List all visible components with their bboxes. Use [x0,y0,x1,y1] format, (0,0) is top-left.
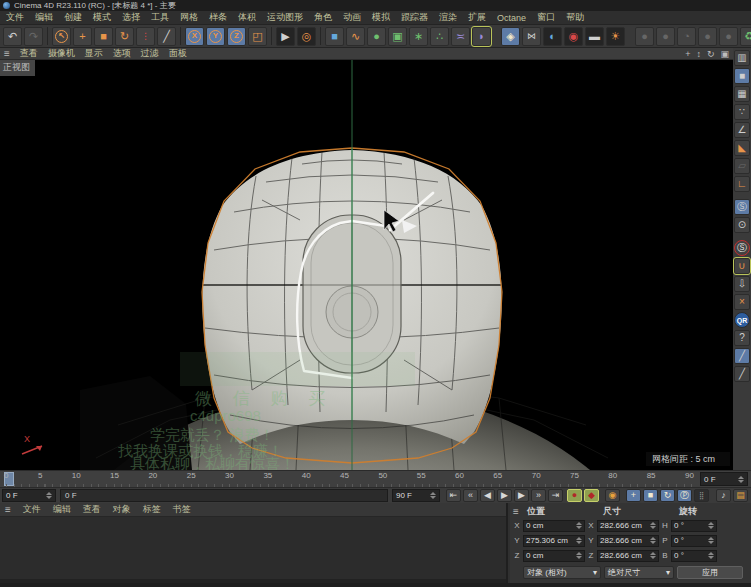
menu-item[interactable]: 文件 [6,11,24,24]
object-manager-menu-item[interactable]: 文件 [23,503,41,516]
edges-mode-icon[interactable]: ∠ [734,122,750,138]
view-maximize-icon[interactable]: ▣ [720,49,729,59]
record-button[interactable]: ● [567,489,582,502]
current-frame-field[interactable]: 0 F [2,489,56,502]
key-rotation-toggle[interactable]: ↻ [660,489,675,502]
workplane-mode-icon[interactable]: ▱ [734,158,750,174]
octane-live-viewer-icon[interactable]: ◐ [543,27,562,46]
menu-item[interactable]: 角色 [314,11,332,24]
undo-icon[interactable]: ↶ [3,27,22,46]
key-parameter-toggle[interactable]: Ⓟ [677,489,692,502]
stepper-icon[interactable] [427,492,436,499]
next-key-button[interactable]: » [531,489,546,502]
viewport-menu-item[interactable]: 选项 [113,47,131,60]
stepper-icon[interactable] [573,537,582,544]
key-position-toggle[interactable]: + [626,489,641,502]
key-pla-toggle[interactable]: ⣿ [694,489,709,502]
stepper-icon[interactable] [573,522,582,529]
stepper-icon[interactable] [705,537,714,544]
node-editor-icon[interactable]: ⋈ [522,27,541,46]
size-value-field[interactable]: 282.666 cm [597,550,659,562]
rotation-value-field[interactable]: 0 ° [671,550,717,562]
rotation-value-field[interactable]: 0 ° [671,535,717,547]
object-mode-dropdown[interactable]: 对象 (相对)▾ [523,566,601,579]
snap-settings-icon[interactable]: ? [734,330,750,346]
view-label[interactable]: 正视图 [0,60,35,76]
scene-nodes-icon[interactable]: ⊙ [734,217,750,233]
material-sphere-icon[interactable]: ● [635,27,654,46]
polygons-mode-icon[interactable]: ◣ [734,140,750,156]
position-value-field[interactable]: 0 cm [523,520,585,532]
object-manager-menu-item[interactable]: 查看 [83,503,101,516]
viewport-menu-item[interactable]: 查看 [20,47,38,60]
tool-history-icon[interactable]: ⋮ [136,27,155,46]
deformer-icon[interactable]: ∗ [409,27,428,46]
texture-mode-icon[interactable]: ▦ [734,86,750,102]
simulation-icon[interactable]: Ⓢ [734,199,750,215]
size-value-field[interactable]: 282.666 cm [597,520,659,532]
object-manager-menu-item[interactable]: 编辑 [53,503,71,516]
coordinate-system-icon[interactable]: ◰ [248,27,267,46]
object-manager-menu-item[interactable]: 书签 [173,503,191,516]
goto-end-button[interactable]: ⇥ [548,489,563,502]
redo-icon[interactable]: ↷ [24,27,43,46]
stepper-icon[interactable] [647,522,656,529]
enable-axis-icon[interactable]: ∟ [734,176,750,192]
knife-tool-icon[interactable]: ╱ [157,27,176,46]
menu-item[interactable]: 跟踪器 [401,11,428,24]
play-button[interactable]: ▶ [497,489,512,502]
timeline-ruler[interactable]: 051015202530354045505560657075808590 0 F [0,470,751,487]
menu-item[interactable]: 运动图形 [267,11,303,24]
live-selection-icon[interactable]: ↖ [52,27,71,46]
timeline-range-slider[interactable]: 0 F [60,489,388,502]
viewport-hamburger-icon[interactable]: ≡ [4,48,10,59]
stepper-icon[interactable] [647,552,656,559]
rotation-value-field[interactable]: 0 ° [671,520,717,532]
volume-icon[interactable]: ∴ [430,27,449,46]
viewport[interactable]: 正视图 [0,60,733,470]
model-mode-icon[interactable]: ■ [734,68,750,84]
menu-item[interactable]: 创建 [64,11,82,24]
film-sound-icon[interactable]: ▤ [733,489,748,502]
lock-x-axis-icon[interactable]: X [185,27,204,46]
primitive-cube-icon[interactable]: ■ [325,27,344,46]
menu-item[interactable]: 窗口 [537,11,555,24]
snap-icon[interactable]: Ⓢ [734,240,750,256]
menu-item[interactable]: 动画 [343,11,361,24]
octane-icon[interactable]: ◈ [501,27,520,46]
stepper-icon[interactable] [647,537,656,544]
viewport-menu-item[interactable]: 摄像机 [48,47,75,60]
menu-item[interactable]: 体积 [238,11,256,24]
menu-item[interactable]: 模拟 [372,11,390,24]
object-manager-list[interactable] [0,517,506,579]
view-rotate-icon[interactable]: ↻ [707,49,715,59]
octane-daylight-icon[interactable]: ☀ [606,27,625,46]
stepper-icon[interactable] [735,476,744,483]
menu-item[interactable]: 渲染 [439,11,457,24]
autokey-button[interactable]: ◉ [605,489,620,502]
scale-tool-icon[interactable]: ■ [94,27,113,46]
size-mode-dropdown[interactable]: 绝对尺寸▾ [604,566,674,579]
object-manager-hamburger-icon[interactable]: ≡ [5,504,11,515]
octane-camera-icon[interactable]: ◉ [564,27,583,46]
render-settings-icon[interactable]: ◎ [297,27,316,46]
make-editable-icon[interactable]: ▥ [734,50,750,66]
sound-toggle[interactable]: ♪ [716,489,731,502]
next-frame-button[interactable]: ▶ [514,489,529,502]
stepper-icon[interactable] [705,522,714,529]
move-tool-icon[interactable]: + [73,27,92,46]
stepper-icon[interactable] [705,552,714,559]
viewport-menu-item[interactable]: 过滤 [141,47,159,60]
lock-z-axis-icon[interactable]: Z [227,27,246,46]
previous-frame-button[interactable]: ◀ [480,489,495,502]
position-value-field[interactable]: 0 cm [523,550,585,562]
menu-item[interactable]: 模式 [93,11,111,24]
magnet-snap-icon[interactable]: ∪ [734,258,750,274]
dynamic-guides-icon[interactable]: × [734,294,750,310]
generator-icon[interactable]: ▣ [388,27,407,46]
menu-item[interactable]: 选择 [122,11,140,24]
previous-key-button[interactable]: « [463,489,478,502]
material-max-icon[interactable]: ● [719,27,738,46]
view-pan-icon[interactable]: + [685,49,690,59]
view-zoom-icon[interactable]: ↕ [696,49,701,59]
